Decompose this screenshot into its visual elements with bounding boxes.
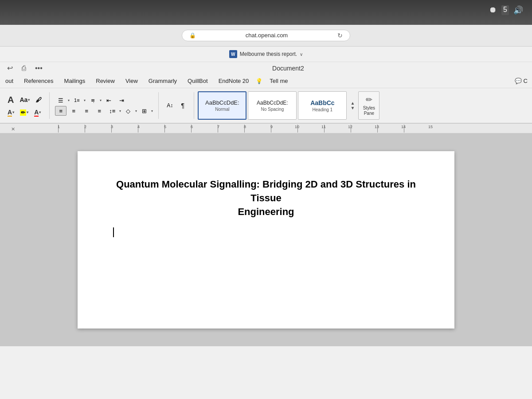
sort-icon: A↕ [167,102,173,109]
para-row-1: ☰ ▾ 1≡ ▾ ≡̣ ▾ ⇤ ⇥ [55,95,127,105]
borders-icon: ⊞ [142,108,147,114]
menu-item-comment[interactable]: 💬 C [515,78,528,84]
shading-button[interactable]: ◇ [122,106,134,116]
styles-pane-label: StylesPane [363,106,375,116]
highlight-button[interactable]: ✏ ▾ [18,108,31,117]
pilcrow-icon: ¶ [181,102,185,109]
borders-button[interactable]: ⊞ [138,106,150,116]
multilevel-chevron-icon: ▾ [100,98,102,102]
sort-section: A↕ ¶ [162,101,190,110]
align-center-button[interactable]: ≡ [68,106,79,116]
justify-button[interactable]: ≡ [94,106,105,116]
document-heading: Quantum Molecular Signalling: Bridging 2… [113,178,419,219]
refresh-icon[interactable]: ↻ [337,32,343,39]
record-icon: ⏺ [489,5,497,15]
window-top-row: ↩ ⎙ ••• Document2 [0,62,532,74]
menu-item-mailings[interactable]: Mailings [59,76,91,86]
paragraph-group: ☰ ▾ 1≡ ▾ ≡̣ ▾ ⇤ ⇥ [53,95,155,116]
align-left-button[interactable]: ≡ [55,106,66,116]
indent-decrease-button[interactable]: ⇤ [103,95,114,105]
styles-pane-button[interactable]: ✏ StylesPane [358,91,379,120]
style-heading1-box[interactable]: AaBbCc Heading 1 [298,91,347,120]
font-brush-button[interactable]: 🖌 [33,95,44,105]
chevron-down-icon: ▾ [28,98,30,102]
sort-button[interactable]: A↕ [164,101,176,110]
address-bar[interactable]: 🔒 chat.openai.com ↻ [182,30,350,41]
digit-icon: 5 [501,5,509,15]
pilcrow-button[interactable]: ¶ [177,101,188,110]
menu-bar: out References Mailings Review View Gram… [0,74,532,88]
align-right-button[interactable]: ≡ [81,106,92,116]
align-center-icon: ≡ [72,108,76,114]
styles-pane-icon: ✏ [366,95,372,105]
other-doc-name: Melbourne thesis report. [240,51,297,57]
bullet-list-button[interactable]: ☰ [55,95,66,105]
more-styles-button[interactable]: ▲ ▼ [348,91,357,120]
more-styles-icon: ▼ [350,106,355,110]
multilevel-button[interactable]: ≡̣ [87,95,98,105]
justify-icon: ≡ [98,108,102,114]
font-redline-chevron-icon: ▾ [39,110,41,114]
ruler: ✕ 1 2 3 4 5 6 [0,124,532,133]
line-spacing-button[interactable]: ↕≡ [106,106,118,116]
ribbon: A Aa ▾ 🖌 A ▾ ✏ [0,88,532,124]
font-a-large-button[interactable]: A [5,94,16,106]
menu-item-quillbot[interactable]: QuillBot [182,76,213,86]
styles-section: AaBbCcDdE: Normal AaBbCcDdE: No Spacing … [198,90,379,121]
word-title-bar: W Melbourne thesis report. ∨ [0,47,532,62]
line-spacing-icon: ↕≡ [109,108,115,114]
address-text: chat.openai.com [200,32,334,39]
document-title: Document2 [49,65,528,72]
font-a-large-icon: A [8,95,14,105]
divider-2 [158,92,159,119]
menu-item-review[interactable]: Review [90,76,120,86]
menu-item-endnote[interactable]: EndNote 20 [213,76,254,86]
window-ctrl-more[interactable]: ••• [32,64,45,72]
document-body[interactable]: Quantum Molecular Signalling: Bridging 2… [0,133,532,346]
menu-item-tellme[interactable]: Tell me [264,76,293,86]
ruler-marks: 1 2 3 4 5 6 7 [27,125,505,133]
indent-increase-icon: ⇥ [119,97,124,104]
chevron-icon: ∨ [300,52,303,57]
borders-chevron-icon: ▾ [151,109,153,113]
ruler-tick-container: 1 2 3 4 5 6 7 [32,125,505,133]
word-app-icon: W [229,50,237,58]
multilevel-icon: ≡̣ [91,98,95,103]
numbering-button[interactable]: 1≡ [71,95,82,105]
font-color-button[interactable]: A ▾ [5,107,16,118]
menu-item-references[interactable]: References [19,76,59,86]
ribbon-row-2: A ▾ ✏ ▾ A ▾ [5,107,43,118]
font-color-icon: A [8,109,12,117]
menu-item-view[interactable]: View [120,76,143,86]
align-left-icon: ≡ [59,108,63,114]
text-cursor [113,227,114,237]
window-ctrl-print[interactable]: ⎙ [19,64,29,72]
ribbon-row-1: A Aa ▾ 🖌 [5,94,44,106]
cursor-area [113,227,419,239]
style-heading-preview: AaBbCc [310,99,334,106]
highlight-icon: ✏ [20,110,26,116]
numbering-icon: 1≡ [74,98,80,103]
shading-chevron-icon: ▾ [135,109,137,113]
style-normal-label: Normal [215,107,229,112]
style-heading1-label: Heading 1 [313,107,333,112]
window-ctrl-back[interactable]: ↩ [4,64,16,72]
style-nospacing-label: No Spacing [261,107,284,112]
align-right-icon: ≡ [85,108,89,114]
style-nospacing-box[interactable]: AaBbCcDdE: No Spacing [248,91,297,120]
font-aa-label: Aa [20,96,27,103]
doc-title-line1: Quantum Molecular Signalling: Bridging 2… [116,179,416,203]
menu-item-layout[interactable]: out [0,76,19,86]
bullet-chevron-icon: ▾ [68,98,70,102]
style-normal-box[interactable]: AaBbCcDdE: Normal [198,91,246,120]
font-redline-button[interactable]: A ▾ [32,107,43,118]
word-window: W Melbourne thesis report. ∨ ↩ ⎙ ••• Doc… [0,47,532,399]
other-doc-tab[interactable]: W Melbourne thesis report. ∨ [229,50,303,58]
font-aa-button[interactable]: Aa ▾ [17,95,32,105]
style-nospacing-preview: AaBbCcDdE: [257,100,288,106]
lock-icon: 🔒 [189,32,196,39]
menu-item-grammarly[interactable]: Grammarly [143,76,182,86]
indent-increase-button[interactable]: ⇥ [116,95,127,105]
numbering-chevron-icon: ▾ [84,98,86,102]
document-page[interactable]: Quantum Molecular Signalling: Bridging 2… [78,151,454,329]
